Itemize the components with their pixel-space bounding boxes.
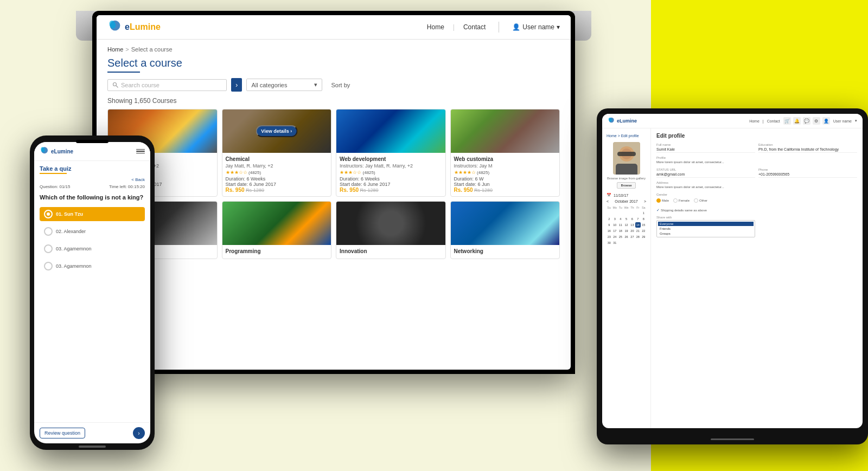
- tablet-nav-contact[interactable]: Contact: [767, 119, 780, 123]
- title-underline: [107, 72, 140, 73]
- course-instructor: Instructors: Jay M: [454, 163, 557, 169]
- cal-day-26[interactable]: 26: [624, 234, 629, 240]
- phone-logo-text: eLumine: [51, 149, 73, 154]
- form-field-share: Share with Everyone Friends Groups: [656, 216, 755, 237]
- cal-day-2[interactable]: 2: [607, 216, 611, 222]
- form-label-share: Share with: [656, 216, 755, 219]
- browse-gallery-label: Browse image from gallery: [607, 177, 646, 180]
- cal-day-3[interactable]: 3: [612, 216, 617, 222]
- user-icon[interactable]: 👤: [822, 117, 830, 125]
- browse-button[interactable]: Browse: [617, 182, 635, 189]
- quiz-option-1[interactable]: 01. Sun Tzu: [40, 207, 145, 221]
- nav-contact[interactable]: Contact: [463, 23, 486, 31]
- cal-day-7[interactable]: 7: [635, 216, 640, 222]
- cal-day-13[interactable]: 13: [630, 222, 635, 228]
- form-value-profile[interactable]: More lorem ipsum dolor sit amet, consect…: [656, 160, 857, 165]
- share-everyone[interactable]: Everyone: [658, 222, 754, 226]
- cal-day-20[interactable]: 20: [630, 228, 635, 234]
- nav-home[interactable]: Home: [427, 23, 444, 31]
- cal-day-31[interactable]: 31: [612, 240, 617, 246]
- gender-female[interactable]: Female: [673, 198, 690, 203]
- breadcrumb-home[interactable]: Home: [107, 46, 123, 53]
- tablet-logo-text: eLumine: [617, 118, 637, 124]
- next-button[interactable]: ›: [133, 427, 145, 439]
- quiz-option-4[interactable]: 03. Agamemnon: [40, 259, 145, 273]
- cal-day-14[interactable]: 14: [635, 222, 640, 228]
- cal-day-5[interactable]: 5: [624, 216, 629, 222]
- phone-body: eLumine Take a quiz < Back Question: 01/…: [30, 136, 155, 450]
- cal-day-17[interactable]: 17: [612, 228, 617, 234]
- course-info: Programming: [222, 245, 331, 259]
- cal-day-11[interactable]: 11: [618, 222, 623, 228]
- cal-day-10[interactable]: 10: [612, 222, 617, 228]
- form-value-phone[interactable]: +01-20599000565: [758, 172, 857, 178]
- gender-male[interactable]: Male: [656, 198, 669, 203]
- cal-day-28[interactable]: 28: [635, 234, 640, 240]
- user-chevron: ▾: [557, 23, 560, 31]
- share-friends[interactable]: Friends: [658, 227, 754, 231]
- cal-day-18[interactable]: 18: [618, 228, 623, 234]
- cal-day-8[interactable]: 8: [641, 216, 646, 222]
- course-old-price: Rs-1280: [360, 188, 379, 193]
- tablet-breadcrumb-home[interactable]: Home: [607, 134, 617, 138]
- radio-female: [673, 198, 678, 203]
- cal-day: [635, 210, 640, 216]
- form-field-phone: Phone +01-20599000565: [758, 168, 857, 178]
- cal-day-30[interactable]: 30: [607, 240, 611, 246]
- view-details-button[interactable]: View details ›: [256, 125, 297, 137]
- form-value-address[interactable]: More lorem ipsum dolor sit amet, consect…: [656, 185, 857, 190]
- cal-day-21[interactable]: 21: [635, 228, 640, 234]
- cal-day-25[interactable]: 25: [618, 234, 623, 240]
- calendar-next[interactable]: >: [644, 199, 646, 203]
- breadcrumb-current: Select a course: [131, 46, 173, 53]
- course-start: Start date: 6 June 2017: [340, 182, 442, 187]
- quiz-underline: [40, 173, 67, 174]
- course-price: Rs. 950: [226, 187, 245, 193]
- quiz-option-2[interactable]: 02. Alexander: [40, 224, 145, 238]
- cal-day-22[interactable]: 22: [641, 228, 646, 234]
- calendar-prev[interactable]: <: [607, 199, 609, 203]
- review-question-button[interactable]: Review question: [40, 428, 85, 438]
- cal-day-16[interactable]: 16: [607, 228, 611, 234]
- profile-section: Browse image from gallery Browse: [607, 142, 646, 189]
- cal-day-12[interactable]: 12: [624, 222, 629, 228]
- cal-day-6[interactable]: 6: [630, 216, 635, 222]
- chat-icon[interactable]: 💬: [803, 117, 810, 125]
- cal-day-19[interactable]: 19: [624, 228, 629, 234]
- search-input-wrap[interactable]: Search course: [107, 79, 227, 91]
- option-label-3: 03. Agamemnon: [56, 246, 92, 251]
- gear-icon[interactable]: ⚙: [813, 117, 820, 125]
- cart-icon[interactable]: 🛒: [783, 117, 791, 125]
- course-image-matrix: [222, 202, 331, 245]
- dob-value: 11/10/17: [614, 193, 628, 197]
- course-image-ea: Add to cart › View details ›: [222, 109, 331, 153]
- share-groups[interactable]: Groups: [658, 231, 754, 236]
- tablet-nav-home[interactable]: Home: [749, 119, 760, 123]
- cal-day-27[interactable]: 27: [630, 234, 635, 240]
- cal-day-4[interactable]: 4: [618, 216, 623, 222]
- course-info: Web development Instructors: Jay Matt, R…: [336, 153, 445, 196]
- search-bar: Search course › All categories ▾ Sort by: [107, 78, 560, 92]
- form-value-name[interactable]: Sumit Kale: [656, 147, 755, 153]
- back-button[interactable]: < Back: [131, 177, 145, 182]
- cal-day-29[interactable]: 29: [641, 234, 646, 240]
- cal-day-24[interactable]: 24: [612, 234, 617, 240]
- form-field-shipping: ✓ Shipping details same as above: [656, 206, 857, 212]
- form-value-email[interactable]: amk@gmail.com: [656, 172, 755, 178]
- quiz-option-3[interactable]: 03. Agamemnon: [40, 242, 145, 256]
- calendar-icon: 📅: [607, 193, 611, 197]
- tablet-logo-icon: [608, 117, 615, 125]
- cal-day-23[interactable]: 23: [607, 234, 611, 240]
- gender-other[interactable]: Other: [694, 198, 707, 203]
- categories-select[interactable]: All categories ▾: [246, 79, 322, 91]
- cal-day-1[interactable]: 1: [641, 210, 646, 216]
- logo: eLumine: [107, 20, 161, 35]
- user-area[interactable]: 👤 User name ▾: [512, 23, 560, 31]
- form-value-education[interactable]: Ph.D, from the California Institute of T…: [758, 147, 857, 153]
- search-button[interactable]: ›: [231, 78, 242, 92]
- hamburger-menu[interactable]: [136, 149, 145, 154]
- cal-day-9[interactable]: 9: [607, 222, 611, 228]
- bell-icon[interactable]: 🔔: [793, 117, 801, 125]
- cal-day-15[interactable]: 15: [641, 222, 646, 228]
- quiz-title: Take a quiz: [40, 165, 145, 172]
